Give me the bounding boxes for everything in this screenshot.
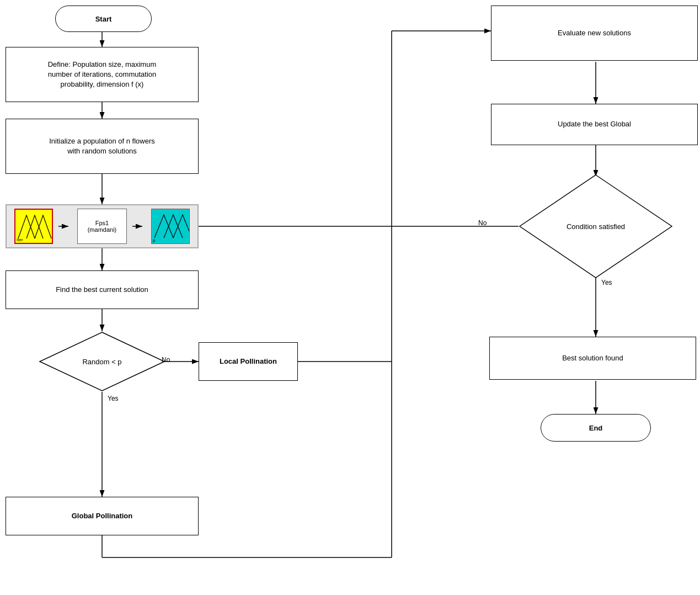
start-node: Start <box>55 6 152 32</box>
initialize-node: Initialize a population of n flowers wit… <box>6 119 199 174</box>
update-best-node: Update the best Global <box>491 104 698 145</box>
fis-center-label2: (mamdani) <box>88 226 117 233</box>
evaluate-label: Evaluate new solutions <box>558 28 631 38</box>
fis-arrow1 <box>58 223 72 230</box>
fis-center-label1: Fps1 <box>95 220 109 226</box>
global-poll-label: Global Pollination <box>72 511 133 521</box>
local-poll-label: Local Pollination <box>220 357 277 366</box>
fis-arrow2 <box>132 223 146 230</box>
random-yes-label: Yes <box>108 395 119 402</box>
fis-block: Iter Fps1 (mamdani) p <box>6 204 199 248</box>
global-poll-node: Global Pollination <box>6 497 199 535</box>
fis-output-label: p <box>153 238 155 243</box>
best-found-label: Best solution found <box>562 353 623 363</box>
define-label: Define: Population size, maximum number … <box>48 60 157 90</box>
local-poll-node: Local Pollination <box>199 342 298 381</box>
condition-no-label: No <box>478 219 487 227</box>
evaluate-node: Evaluate new solutions <box>491 6 698 61</box>
flowchart: Start Define: Population size, maximum n… <box>0 0 700 595</box>
update-best-label: Update the best Global <box>558 119 631 129</box>
fis-input-label: Iter <box>17 237 23 242</box>
svg-text:Random < p: Random < p <box>82 358 121 366</box>
find-best-node: Find the best current solution <box>6 270 199 309</box>
svg-text:Condition satisfied: Condition satisfied <box>567 222 625 231</box>
condition-yes-label: Yes <box>601 279 612 286</box>
best-found-node: Best solution found <box>489 337 696 380</box>
start-label: Start <box>95 15 112 23</box>
define-node: Define: Population size, maximum number … <box>6 47 199 102</box>
initialize-label: Initialize a population of n flowers wit… <box>49 136 155 156</box>
end-node: End <box>541 414 651 442</box>
find-best-label: Find the best current solution <box>56 285 148 295</box>
end-label: End <box>589 424 603 432</box>
random-no-label: No <box>162 356 170 364</box>
random-diamond: Random < p <box>39 331 165 392</box>
condition-diamond: Condition satisfied <box>519 174 673 279</box>
